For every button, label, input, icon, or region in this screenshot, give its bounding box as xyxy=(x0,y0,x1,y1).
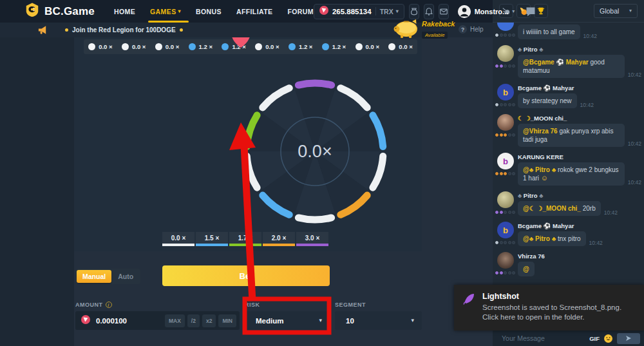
notifications-button[interactable] xyxy=(424,4,434,19)
nav-link-home[interactable]: HOME xyxy=(114,0,135,23)
rank-dot xyxy=(508,241,511,244)
risk-select[interactable]: Medium xyxy=(245,311,330,330)
history-result[interactable]: 0.0 × xyxy=(88,43,112,50)
legend-value: 1.7 × xyxy=(238,235,253,242)
history-result[interactable]: 0.0 × xyxy=(388,43,412,50)
bet-mode-toggle: Manual Auto xyxy=(75,269,140,284)
message-bubble-row: @♣ Pitro ♣ tnx pitro10:42 xyxy=(518,231,641,246)
user-avatar[interactable] xyxy=(497,191,514,208)
message-bubble[interactable]: @Bcgame ⚽ Mahyar good matamuu xyxy=(518,55,625,78)
wheel: 0.0× xyxy=(157,68,473,232)
rank-dot xyxy=(495,271,498,274)
rakeback-widget[interactable]: Rakeback Available xyxy=(390,18,455,41)
chevron-down-icon xyxy=(411,318,414,323)
double-button[interactable]: x2 xyxy=(202,314,216,327)
message-bubble[interactable]: @ xyxy=(518,262,535,276)
mention: @☾ ☽_MOON chi_ xyxy=(523,205,581,212)
username-part: Bcgame ⚽ Mahyar xyxy=(518,222,574,229)
message-bubble[interactable]: by sterategy new xyxy=(518,93,577,108)
message-avatar-col xyxy=(495,191,515,216)
message-username[interactable]: Bcgame ⚽ Mahyar xyxy=(518,84,641,91)
user-avatar[interactable] xyxy=(497,23,514,31)
message-bubble[interactable]: @Vhirza 76 gak punya xrp abis tadi juga xyxy=(518,124,625,147)
result-value: 0.0 × xyxy=(399,43,412,50)
legend-value: 0.0 × xyxy=(171,235,186,242)
message-bubble-row: @♣ Pitro ♣ rokok gwe 2 bungkus 1 hari ☺1… xyxy=(518,162,641,186)
chevron-down-icon xyxy=(512,9,515,14)
message-username[interactable]: Vhirza 76 xyxy=(518,253,641,260)
message-text: tnx pitro xyxy=(556,235,580,242)
message-bubble[interactable]: @♣ Pitro ♣ tnx pitro xyxy=(518,231,586,246)
message-username[interactable]: Bcgame ⚽ Mahyar xyxy=(518,222,641,229)
wallet-button[interactable] xyxy=(409,4,419,19)
message-username[interactable]: ♣ Pitro ♣ xyxy=(518,46,641,53)
nav-link-games[interactable]: GAMES xyxy=(150,0,181,23)
max-button[interactable]: MAX xyxy=(165,314,185,327)
gif-button[interactable]: GIF xyxy=(589,335,600,342)
emoji-button[interactable] xyxy=(604,334,612,343)
message-username[interactable]: ☾ ☽_MOON chi_ xyxy=(518,115,641,122)
history-result[interactable]: 1.2 × xyxy=(289,43,312,50)
chat-room-value: Global xyxy=(600,7,619,15)
message-text: by sterategy new xyxy=(523,97,572,104)
help-button[interactable]: ? Help xyxy=(459,25,484,34)
user-avatar[interactable] xyxy=(497,252,514,269)
history-result[interactable]: 0.0 × xyxy=(255,43,279,50)
history-result[interactable]: 0.0 × xyxy=(355,43,379,50)
message-bubble[interactable]: i wiiiiin to all game xyxy=(518,24,580,39)
chat-toggle-icon[interactable] xyxy=(525,6,536,17)
history-result[interactable]: 0.0 × xyxy=(122,43,146,50)
rank-dot xyxy=(495,103,498,106)
user-menu[interactable]: Monstro... xyxy=(458,5,515,18)
auto-tab[interactable]: Auto xyxy=(111,273,140,280)
user-avatar[interactable]: b xyxy=(497,153,514,169)
manual-tab[interactable]: Manual xyxy=(77,270,111,283)
rank-badges xyxy=(495,133,515,137)
history-result[interactable]: 1.2 × xyxy=(322,43,346,50)
chat-message: bBcgame ⚽ Mahyar@♣ Pitro ♣ tnx pitro10:4… xyxy=(495,222,641,246)
rank-dot xyxy=(504,211,507,214)
rank-dot xyxy=(495,133,498,137)
message-bubble[interactable]: @♣ Pitro ♣ rokok gwe 2 bungkus 1 hari ☺ xyxy=(518,162,625,186)
messages-button[interactable] xyxy=(439,4,449,19)
rank-dot xyxy=(495,211,498,214)
nav-link-forum[interactable]: FORUM xyxy=(287,0,314,23)
chat-room-select[interactable]: Global xyxy=(594,4,638,18)
message-username[interactable]: ♣ Pitro ♣ xyxy=(518,192,641,199)
user-avatar[interactable]: b xyxy=(497,222,514,238)
chat-message: bKARUNG KERE@♣ Pitro ♣ rokok gwe 2 bungk… xyxy=(495,153,641,186)
user-avatar[interactable] xyxy=(497,45,514,62)
nav-link-bonus[interactable]: BONUS xyxy=(196,0,222,23)
half-button[interactable]: /2 xyxy=(187,314,200,327)
message-timestamp: 10:42 xyxy=(628,72,641,78)
info-icon[interactable]: i xyxy=(106,302,112,308)
result-dot xyxy=(388,43,395,50)
question-icon: ? xyxy=(459,25,467,34)
nav-link-affiliate[interactable]: AFFILIATE xyxy=(236,0,272,23)
message-username[interactable]: KARUNG KERE xyxy=(518,153,641,160)
legend-value: 2.0 × xyxy=(272,235,287,242)
rank-dot xyxy=(495,172,498,175)
amount-input[interactable] xyxy=(95,316,162,325)
history-result[interactable]: 0.0 × xyxy=(155,43,179,50)
chevron-down-icon xyxy=(178,9,181,14)
currency-select[interactable]: TRX xyxy=(380,8,399,15)
message-bubble[interactable]: @☾ ☽_MOON chi_ 20rb xyxy=(518,201,601,216)
bet-button[interactable]: Bet xyxy=(162,265,330,286)
segment-select[interactable]: 10 xyxy=(335,311,422,330)
user-avatar[interactable] xyxy=(497,114,514,131)
chat-message-input[interactable] xyxy=(500,334,585,343)
history-result[interactable]: 1.2 × xyxy=(189,43,213,50)
chevron-down-icon xyxy=(629,8,632,14)
result-value: 1.2 × xyxy=(299,43,312,50)
balance-pill[interactable]: 265.885134 TRX xyxy=(314,4,404,19)
rank-dot xyxy=(504,172,507,175)
send-button[interactable] xyxy=(617,333,640,344)
user-avatar[interactable]: b xyxy=(497,84,514,101)
logo[interactable]: BC.Game xyxy=(24,2,95,21)
min-button[interactable]: MIN xyxy=(218,314,236,327)
nav-link-label: AFFILIATE xyxy=(236,8,272,15)
nav-link-label: FORUM xyxy=(287,8,314,15)
result-dot xyxy=(322,43,329,50)
lightshot-notification[interactable]: Lightshot Screenshot is saved to Screens… xyxy=(454,285,644,331)
